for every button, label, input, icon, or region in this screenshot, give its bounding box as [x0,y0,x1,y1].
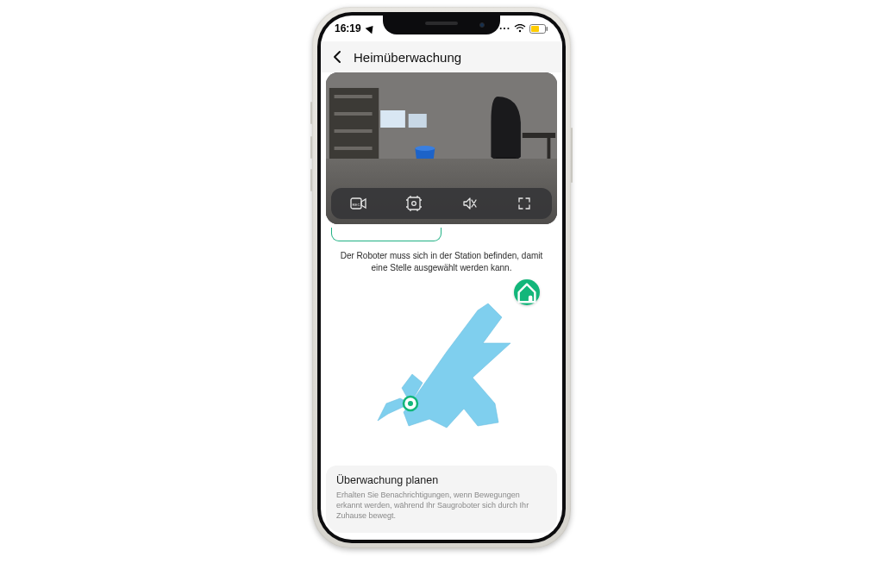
front-camera [479,22,485,28]
svg-rect-19 [408,197,420,210]
phone-side-buttons-left [310,102,312,124]
phone-side-button-right [571,128,573,183]
plan-card-title: Überwachung planen [336,474,547,486]
svg-rect-2 [547,27,548,31]
location-icon [365,23,376,34]
fullscreen-button[interactable] [497,197,552,210]
svg-rect-23 [529,296,533,303]
svg-point-22 [408,401,413,406]
robot-marker [404,397,417,410]
snapshot-icon [406,196,422,211]
battery-icon [529,24,548,34]
camera-feed[interactable]: REC [326,72,557,224]
svg-point-11 [415,146,435,151]
home-dock-icon [514,279,540,305]
svg-point-20 [412,202,416,206]
svg-rect-6 [329,88,379,166]
chevron-left-icon [330,49,346,65]
plan-monitoring-card[interactable]: Überwachung planen Erhalten Sie Benachri… [326,466,557,533]
page-title: Heimüberwachung [354,50,461,65]
snapshot-button[interactable] [386,196,442,211]
status-bar-right: ··· [499,22,548,34]
app-header: Heimüberwachung [321,41,562,72]
status-time: 16:19 [335,22,361,34]
phone-notch [383,16,500,34]
svg-rect-13 [409,114,427,128]
back-button[interactable] [328,47,348,67]
phone-frame: 16:19 ··· [312,7,571,548]
wifi-icon [514,24,526,33]
svg-rect-8 [335,112,373,116]
dock-button[interactable] [514,279,540,305]
mute-button[interactable] [442,196,497,211]
phone-screen: 16:19 ··· [321,16,562,540]
earpiece [425,22,458,25]
rec-label: REC [353,203,360,207]
map-hint-text: Der Roboter muss sich in der Station bef… [335,250,548,273]
svg-rect-9 [335,129,373,133]
mute-icon [461,196,477,211]
record-button[interactable]: REC [331,197,386,210]
plan-card-description: Erhalten Sie Benachrichtigungen, wenn Be… [336,490,547,521]
cellular-dots-icon: ··· [499,22,510,34]
svg-point-0 [519,30,521,32]
status-bar-left: 16:19 [335,22,375,34]
camera-toolbar: REC [331,188,552,219]
mode-chip[interactable] [331,228,442,241]
svg-rect-7 [335,95,373,98]
svg-rect-16 [523,133,555,138]
svg-rect-10 [335,147,373,150]
fullscreen-icon [517,197,531,210]
record-icon: REC [350,197,367,210]
svg-rect-3 [531,26,539,32]
map-area[interactable] [326,274,557,459]
svg-rect-12 [380,110,405,128]
